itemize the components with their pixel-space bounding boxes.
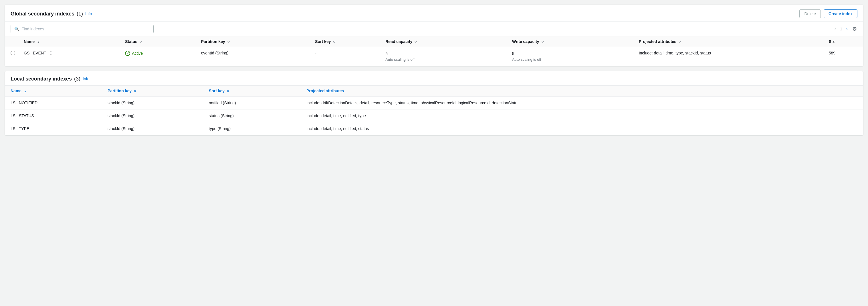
th-size: Siz — [823, 36, 863, 47]
status-sort-icon[interactable]: ▽ — [140, 40, 142, 44]
partition-sort-icon[interactable]: ▽ — [227, 40, 230, 44]
th-checkbox — [5, 36, 18, 47]
lsi-header: Local secondary indexes (3) Info — [5, 71, 863, 86]
prev-page-button[interactable]: ‹ — [833, 26, 838, 32]
gsi-table-header-row: Name ▲ Status ▽ Partition key ▽ Sort key… — [5, 36, 863, 47]
status-label: Active — [132, 51, 143, 56]
gsi-info-link[interactable]: Info — [85, 11, 92, 16]
gsi-header-actions: Delete Create index — [799, 9, 858, 18]
gsi-title: Global secondary indexes — [10, 11, 74, 17]
th-status: Status ▽ — [119, 36, 195, 47]
search-wrapper: 🔍 — [10, 25, 154, 33]
lsi-row-name: LSI_NOTIFIED — [5, 96, 102, 109]
th-partition-key: Partition key ▽ — [195, 36, 309, 47]
lsi-header-row: Name ▲ Partition key ▽ Sort key ▽ Projec… — [5, 86, 863, 96]
pagination-area: ‹ 1 › ⚙ — [833, 25, 858, 33]
lsi-row-partition-key: stackId (String) — [102, 109, 203, 122]
search-icon: 🔍 — [14, 27, 19, 31]
row-write-capacity: 5 Auto scaling is off — [506, 47, 633, 66]
name-sort-icon[interactable]: ▲ — [37, 40, 40, 44]
lsi-section: Local secondary indexes (3) Info Name ▲ … — [5, 71, 863, 136]
th-name: Name ▲ — [18, 36, 119, 47]
lsi-count: (3) — [74, 76, 81, 82]
create-index-button[interactable]: Create index — [824, 9, 858, 18]
lsi-row-partition-key: stackId (String) — [102, 122, 203, 135]
lsi-sortkey-sort-icon[interactable]: ▽ — [227, 90, 229, 93]
lsi-row-sort-key: status (String) — [203, 109, 301, 122]
lsi-row-name: LSI_STATUS — [5, 109, 102, 122]
read-sort-icon[interactable]: ▽ — [414, 40, 417, 44]
sortkey-sort-icon[interactable]: ▽ — [333, 40, 335, 44]
lsi-name-sort-icon[interactable]: ▲ — [24, 90, 27, 93]
lsi-info-link[interactable]: Info — [83, 77, 89, 81]
lsi-table-row: LSI_TYPE stackId (String) type (String) … — [5, 122, 863, 135]
lsi-row-projected: Include: detail, time, notified, type — [301, 109, 863, 122]
lsi-th-projected-attributes: Projected attributes — [301, 86, 863, 96]
row-size: 589 — [823, 47, 863, 66]
th-sort-key: Sort key ▽ — [309, 36, 380, 47]
lsi-table: Name ▲ Partition key ▽ Sort key ▽ Projec… — [5, 86, 863, 135]
lsi-row-partition-key: stackId (String) — [102, 96, 203, 109]
status-check-icon: ✓ — [125, 51, 130, 56]
gsi-table-row: GSI_EVENT_ID ✓ Active eventId (String) -… — [5, 47, 863, 66]
th-projected-attributes: Projected attributes ▽ — [633, 36, 823, 47]
row-status: ✓ Active — [119, 47, 195, 66]
lsi-table-body: LSI_NOTIFIED stackId (String) notified (… — [5, 96, 863, 135]
row-read-capacity: 5 Auto scaling is off — [380, 47, 506, 66]
gsi-title-area: Global secondary indexes (1) Info — [10, 11, 92, 17]
th-write-capacity: Write capacity ▽ — [506, 36, 633, 47]
lsi-th-sort-key: Sort key ▽ — [203, 86, 301, 96]
gsi-section: Global secondary indexes (1) Info Delete… — [5, 5, 863, 66]
lsi-row-sort-key: notified (String) — [203, 96, 301, 109]
lsi-th-name: Name ▲ — [5, 86, 102, 96]
lsi-table-row: LSI_NOTIFIED stackId (String) notified (… — [5, 96, 863, 109]
lsi-row-name: LSI_TYPE — [5, 122, 102, 135]
settings-button[interactable]: ⚙ — [852, 25, 858, 33]
gsi-search-bar: 🔍 ‹ 1 › ⚙ — [5, 22, 863, 36]
row-radio-0[interactable] — [10, 51, 15, 55]
page-number: 1 — [840, 27, 842, 31]
lsi-row-projected: Include: driftDetectionDetails, detail, … — [301, 96, 863, 109]
gsi-section-header: Global secondary indexes (1) Info Delete… — [5, 5, 863, 22]
lsi-partition-sort-icon[interactable]: ▽ — [134, 90, 136, 93]
next-page-button[interactable]: › — [844, 26, 849, 32]
row-name: GSI_EVENT_ID — [18, 47, 119, 66]
projected-sort-icon[interactable]: ▽ — [679, 40, 681, 44]
gsi-table: Name ▲ Status ▽ Partition key ▽ Sort key… — [5, 36, 863, 66]
delete-button: Delete — [799, 9, 820, 18]
lsi-th-partition-key: Partition key ▽ — [102, 86, 203, 96]
th-read-capacity: Read capacity ▽ — [380, 36, 506, 47]
row-projected-attributes: Include: detail, time, type, stackId, st… — [633, 47, 823, 66]
row-sort-key: - — [309, 47, 380, 66]
row-partition-key: eventId (String) — [195, 47, 309, 66]
lsi-title: Local secondary indexes — [10, 76, 72, 82]
row-checkbox-cell — [5, 47, 18, 66]
lsi-row-sort-key: type (String) — [203, 122, 301, 135]
write-sort-icon[interactable]: ▽ — [541, 40, 544, 44]
lsi-table-row: LSI_STATUS stackId (String) status (Stri… — [5, 109, 863, 122]
lsi-row-projected: Include: detail, time, notified, status — [301, 122, 863, 135]
gsi-table-body: GSI_EVENT_ID ✓ Active eventId (String) -… — [5, 47, 863, 66]
gsi-count: (1) — [77, 11, 83, 17]
search-input[interactable] — [22, 27, 150, 31]
